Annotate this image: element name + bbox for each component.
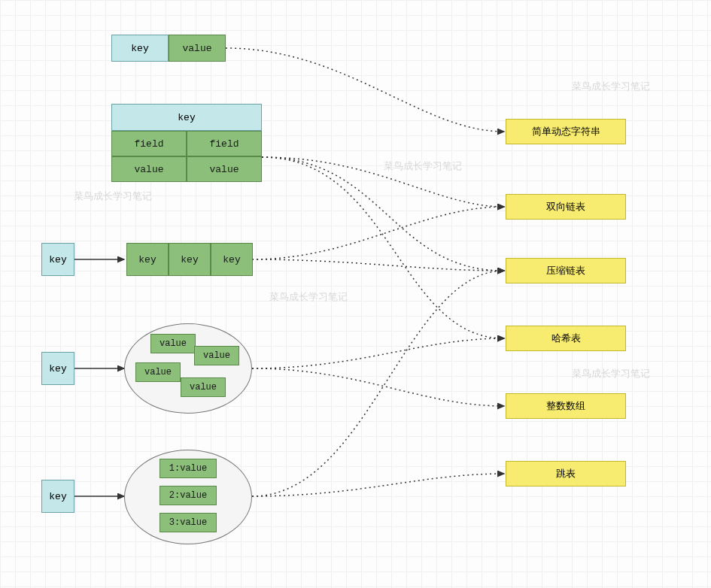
zset-value-3: 3:value [160, 513, 217, 532]
watermark-5: 菜鸟成长学习笔记 [572, 367, 650, 380]
target-skiplist: 跳表 [506, 461, 626, 486]
hash-field-1: field [111, 131, 187, 156]
target-dlist: 双向链表 [506, 194, 626, 220]
set-value-3: value [135, 362, 181, 382]
string-value-box: value [169, 35, 226, 62]
zset-value-1: 1:value [160, 459, 217, 478]
list-item-3: key [211, 243, 253, 276]
set-value-1: value [150, 334, 196, 353]
hash-field-2: field [187, 131, 262, 156]
list-key-box: key [41, 243, 74, 276]
string-key-box: key [111, 35, 169, 62]
watermark-4: 菜鸟成长学习笔记 [269, 290, 348, 304]
watermark-2: 菜鸟成长学习笔记 [384, 159, 462, 173]
set-value-4: value [181, 377, 226, 397]
hash-value-2: value [187, 156, 262, 182]
zset-value-2: 2:value [160, 486, 217, 505]
target-sds: 简单动态字符串 [506, 119, 626, 144]
set-key-box: key [41, 352, 74, 385]
list-item-1: key [126, 243, 169, 276]
list-item-2: key [169, 243, 211, 276]
zset-key-box: key [41, 480, 74, 513]
target-hashtable: 哈希表 [506, 326, 626, 351]
set-value-2: value [194, 346, 239, 365]
target-ziplist: 压缩链表 [506, 258, 626, 283]
watermark-1: 菜鸟成长学习笔记 [572, 80, 650, 93]
watermark-3: 菜鸟成长学习笔记 [74, 189, 152, 203]
target-intset: 整数数组 [506, 393, 626, 419]
hash-key-header: key [111, 104, 262, 131]
hash-value-1: value [111, 156, 187, 182]
